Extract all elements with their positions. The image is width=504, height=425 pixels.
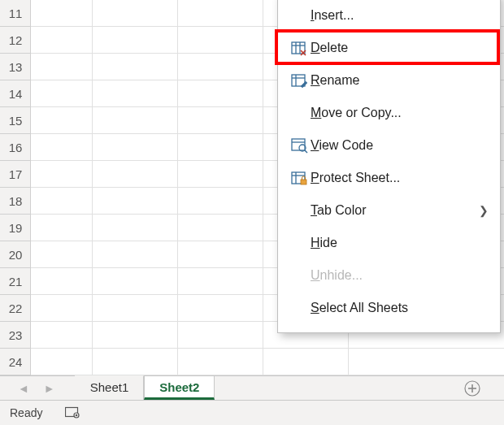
sheet-tab-strip: ◄ ► Sheet1Sheet2 — [0, 375, 504, 400]
tab-nav-prev-icon[interactable]: ◄ — [18, 382, 29, 395]
menu-item-label: Rename — [311, 73, 489, 88]
menu-item-label: Move or Copy... — [311, 106, 489, 120]
status-text: Ready — [10, 406, 42, 419]
delete-icon — [288, 38, 311, 58]
menu-item-move-copy[interactable]: Move or Copy... — [280, 97, 498, 129]
blank-icon — [288, 298, 311, 318]
row-header[interactable]: 11 — [0, 0, 31, 27]
rename-icon — [288, 71, 311, 90]
sheet-tab-sheet2[interactable]: Sheet2 — [144, 375, 215, 400]
row-header[interactable]: 17 — [0, 161, 31, 188]
menu-item-delete[interactable]: Delete — [280, 32, 498, 64]
status-bar: Ready — [0, 400, 504, 425]
record-macro-icon[interactable] — [65, 405, 80, 421]
row-header[interactable]: 23 — [0, 322, 31, 349]
menu-item-label: Select All Sheets — [311, 301, 489, 315]
sheet-tab-sheet1[interactable]: Sheet1 — [75, 375, 145, 400]
menu-item-insert[interactable]: Insert... — [280, 0, 498, 32]
svg-rect-20 — [301, 180, 306, 184]
menu-item-label: View Code — [311, 138, 489, 153]
row-header[interactable]: 14 — [0, 80, 31, 107]
row-header[interactable]: 24 — [0, 349, 31, 375]
menu-item-select-all[interactable]: Select All Sheets — [280, 292, 498, 324]
row-header[interactable]: 13 — [0, 54, 31, 80]
menu-item-rename[interactable]: Rename — [280, 64, 498, 97]
row-header[interactable]: 15 — [0, 107, 31, 134]
blank-icon — [288, 6, 311, 25]
svg-point-5 — [76, 414, 78, 416]
row-header[interactable]: 19 — [0, 215, 31, 241]
menu-item-label: Insert... — [311, 8, 489, 23]
menu-item-hide[interactable]: Hide — [280, 227, 498, 259]
menu-item-label: Unhide... — [311, 268, 489, 283]
tab-nav: ◄ ► — [0, 382, 75, 395]
svg-line-16 — [305, 150, 307, 153]
blank-icon — [288, 201, 311, 220]
menu-item-label: Hide — [311, 236, 489, 250]
row-header[interactable]: 22 — [0, 295, 31, 322]
chevron-right-icon: ❯ — [479, 204, 489, 217]
tab-nav-next-icon[interactable]: ► — [44, 382, 55, 395]
menu-item-tab-color[interactable]: Tab Color❯ — [280, 194, 498, 227]
blank-icon — [288, 103, 311, 123]
row-header[interactable]: 21 — [0, 268, 31, 295]
menu-item-protect[interactable]: Protect Sheet... — [280, 162, 498, 194]
blank-icon — [288, 266, 311, 285]
row-header[interactable]: 20 — [0, 241, 31, 268]
row-headers-column: 1112131415161718192021222324 — [0, 0, 31, 375]
add-sheet-button[interactable] — [463, 379, 504, 397]
row-header[interactable]: 12 — [0, 27, 31, 54]
menu-item-unhide: Unhide... — [280, 259, 498, 292]
menu-item-label: Tab Color — [311, 203, 479, 218]
row-header[interactable]: 18 — [0, 188, 31, 215]
protect-icon — [288, 168, 311, 188]
sheet-context-menu: Insert...DeleteRenameMove or Copy...View… — [277, 0, 501, 333]
viewcode-icon — [288, 136, 311, 155]
menu-item-label: Protect Sheet... — [311, 171, 489, 185]
row-header[interactable]: 16 — [0, 134, 31, 161]
menu-item-view-code[interactable]: View Code — [280, 129, 498, 162]
blank-icon — [288, 233, 311, 253]
menu-item-label: Delete — [311, 41, 489, 55]
